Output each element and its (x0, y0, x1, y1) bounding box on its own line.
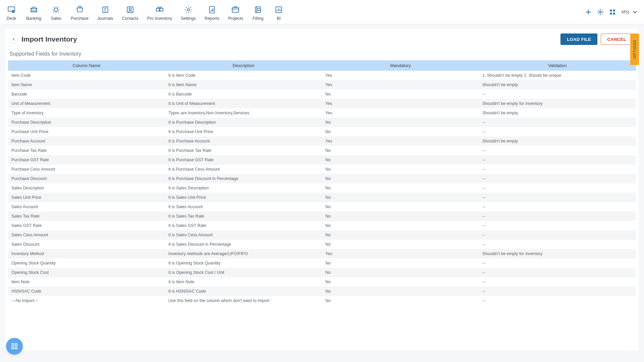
gear-icon[interactable] (596, 8, 605, 16)
table-row: Item NameIt is Item NameYesShouldn't be … (8, 80, 636, 89)
nav-item-bi[interactable]: BI (271, 3, 286, 21)
head-actions: LOAD FILE CANCEL (560, 34, 635, 45)
table-cell: Yes (322, 136, 479, 146)
th-description: Description (165, 60, 322, 71)
table-cell: -- (479, 240, 636, 249)
table-cell: -- (479, 174, 636, 183)
table-cell: Sales Tax Rate (8, 212, 165, 221)
table-cell: -- (479, 287, 636, 296)
reports-icon (206, 5, 218, 15)
table-cell: No (322, 258, 479, 268)
nav-item-journals[interactable]: Journals (96, 3, 114, 21)
table-row: Sales Tax RateIt is Sales Tax RateNo-- (8, 212, 636, 221)
user-menu[interactable]: MS) (620, 8, 640, 16)
table-cell: -- (479, 230, 636, 240)
table-cell: Sales Discount (8, 240, 165, 249)
table-cell: No (322, 183, 479, 193)
table-cell: Yes (322, 99, 479, 108)
apps-fab[interactable] (6, 338, 23, 355)
svg-rect-16 (613, 9, 615, 11)
svg-rect-7 (156, 8, 159, 11)
table-cell: No (322, 230, 479, 240)
nav-item-projects[interactable]: Projects (227, 3, 245, 21)
table-cell: ---No Import--- (8, 296, 165, 305)
nav-item-filling[interactable]: Filling (251, 3, 265, 21)
nav-label: Desk (7, 16, 16, 21)
add-icon[interactable] (584, 8, 593, 16)
table-row: Inventory MethodInventory methods are Av… (8, 249, 636, 258)
banking-icon (28, 5, 40, 15)
table-cell: Purchase Tax Rate (8, 146, 165, 155)
top-nav: Desk Banking Sales Purchase Journals Con… (0, 0, 644, 24)
th-column-name: Column Name (8, 60, 165, 71)
table-cell: Item Code (8, 71, 165, 80)
table-cell: Purchase Cess Amount (8, 165, 165, 174)
cancel-button[interactable]: CANCEL (601, 34, 633, 45)
table-cell: No (322, 89, 479, 99)
table-cell: 1. Shouldn't be empty 2. Should be uniqu… (479, 71, 636, 80)
table-cell: Purchase Unit Price (8, 127, 165, 136)
bi-icon (273, 5, 285, 15)
table-cell: It is Sales Cess Amount (165, 230, 322, 240)
table-row: Type of InventoryTypes are Inventory,Non… (8, 108, 636, 118)
svg-rect-17 (610, 12, 612, 14)
table-cell: -- (479, 127, 636, 136)
table-row: Purchase Tax RateIt is Purchase Tax Rate… (8, 146, 636, 155)
table-cell: Purchase Description (8, 118, 165, 127)
table-cell: -- (479, 118, 636, 127)
table-cell: -- (479, 89, 636, 99)
table-cell: It is Purchase GST Rate (165, 155, 322, 165)
table-cell: No (322, 118, 479, 127)
table-cell: Shouldn't be empty (479, 80, 636, 89)
options-tab[interactable]: OPTIONS (630, 34, 639, 65)
table-cell: It is Sales GST Rate (165, 221, 322, 230)
svg-rect-19 (12, 344, 14, 346)
nav-item-sales[interactable]: Sales (49, 3, 63, 21)
th-validation: Validation (479, 60, 636, 71)
table-row: Sales AccountIt is Sales AccountNo-- (8, 202, 636, 212)
table-cell: Opening Stock Quantity (8, 258, 165, 268)
nav-item-proinventory[interactable]: Pro Inventory (146, 3, 173, 21)
table-cell: No (322, 165, 479, 174)
table-row: Purchase DiscountIt is Purchase Discount… (8, 174, 636, 183)
load-file-button[interactable]: LOAD FILE (560, 34, 597, 45)
table-cell: Yes (322, 108, 479, 118)
table-row: BarcodeIt is BarcodeNo-- (8, 89, 636, 99)
nav-item-desk[interactable]: Desk (4, 3, 19, 21)
page-wrap: OPTIONS Import Inventory LOAD FILE CANCE… (0, 24, 644, 357)
table-cell: It is Sales Account (165, 202, 322, 212)
th-mandatory: Mandatory (322, 60, 479, 71)
table-cell: -- (479, 296, 636, 305)
nav-item-purchase[interactable]: Purchase (69, 3, 90, 21)
back-button[interactable] (9, 35, 18, 44)
nav-label: Reports (205, 16, 219, 21)
chevron-down-icon (631, 8, 639, 16)
table-cell: No (322, 146, 479, 155)
table-cell: -- (479, 183, 636, 193)
nav-item-contacts[interactable]: Contacts (120, 3, 140, 21)
table-row: HSN/SAC CodeIt is HSN/SAC CodeNo-- (8, 287, 636, 296)
nav-label: Contacts (122, 16, 138, 21)
table-cell: Item Note (8, 277, 165, 287)
nav-item-reports[interactable]: Reports (203, 3, 221, 21)
nav-item-banking[interactable]: Banking (25, 3, 43, 21)
table-cell: No (322, 193, 479, 202)
table-cell: Inventory methods are Average/LIFO/FIFO (165, 249, 322, 258)
page-head: Import Inventory LOAD FILE CANCEL (8, 34, 636, 49)
nav-label: Purchase (71, 16, 89, 21)
fields-table: Column Name Description Mandatory Valida… (8, 60, 636, 305)
table-cell: It is Sales Discount in Percentage (165, 240, 322, 249)
nav-label: Sales (51, 16, 61, 21)
svg-rect-20 (15, 344, 17, 346)
table-cell: Purchase Account (8, 136, 165, 146)
table-cell: Types are Inventory,Non-Inventory,Servic… (165, 108, 322, 118)
nav-item-settings[interactable]: Settings (179, 3, 197, 21)
table-cell: It is Purchase Discount in Percentage (165, 174, 322, 183)
apps-icon[interactable] (608, 8, 617, 16)
svg-rect-18 (613, 12, 615, 14)
table-cell: No (322, 174, 479, 183)
table-cell: It is Purchase Description (165, 118, 322, 127)
table-cell: It is Purchase Unit Price (165, 127, 322, 136)
table-cell: Sales Description (8, 183, 165, 193)
table-cell: -- (479, 258, 636, 268)
